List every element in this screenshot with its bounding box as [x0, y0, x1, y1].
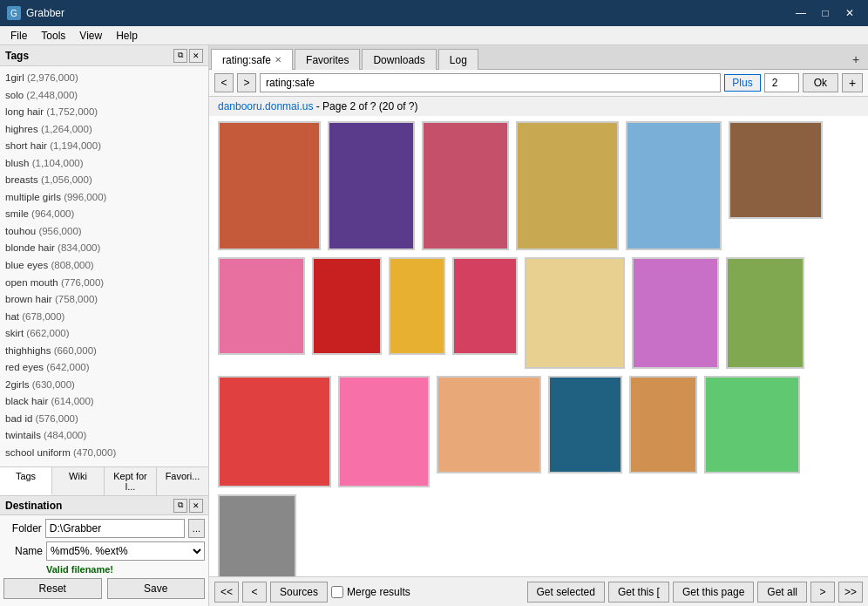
tag-item[interactable]: short hair (1,194,000) — [5, 138, 203, 155]
name-select[interactable]: %md5%. %ext% — [46, 541, 205, 561]
tag-item[interactable]: blonde hair (834,000) — [5, 240, 203, 257]
tab-favorites[interactable]: Favorites — [295, 49, 360, 70]
forward-button[interactable]: > — [237, 73, 256, 92]
tag-item[interactable]: red eyes (642,000) — [5, 359, 203, 377]
tag-name: multiple girls — [5, 192, 61, 202]
tag-item[interactable]: smile (964,000) — [5, 206, 203, 223]
image-thumb[interactable] — [218, 257, 305, 355]
image-thumb[interactable] — [422, 121, 509, 250]
image-thumb[interactable] — [312, 257, 382, 355]
sidebar-close-button[interactable]: ✕ — [189, 49, 203, 63]
page-input[interactable] — [764, 73, 799, 92]
image-thumb[interactable] — [338, 376, 430, 487]
tag-name: touhou — [5, 226, 36, 236]
tag-item[interactable]: touhou (956,000) — [5, 223, 203, 241]
menu-file[interactable]: File — [3, 26, 34, 45]
image-thumb[interactable] — [729, 121, 823, 219]
tag-item[interactable]: blue eyes (808,000) — [5, 257, 203, 275]
back-button[interactable]: < — [214, 73, 234, 92]
destination-float-button[interactable]: ⧉ — [173, 499, 187, 513]
get-all-button[interactable]: Get all — [757, 582, 807, 603]
tag-item[interactable]: open mouth (776,000) — [5, 275, 203, 292]
tags-header: Tags ⧉ ✕ — [0, 45, 208, 66]
reset-button[interactable]: Reset — [3, 578, 102, 599]
image-thumb[interactable] — [548, 376, 622, 473]
titlebar-left: G Grabber — [7, 6, 64, 20]
tag-item[interactable]: black hair (614,000) — [5, 393, 203, 411]
last-page-button[interactable]: >> — [838, 582, 863, 603]
merge-checkbox[interactable] — [331, 586, 343, 598]
menu-view[interactable]: View — [72, 26, 109, 45]
browse-button[interactable]: ... — [188, 519, 205, 538]
search-bar: < > Plus Ok + — [209, 70, 868, 97]
image-thumb[interactable] — [389, 257, 445, 355]
image-thumb[interactable] — [704, 376, 800, 473]
image-thumb[interactable] — [452, 257, 518, 355]
ok-button[interactable]: Ok — [803, 73, 838, 92]
get-page-button[interactable]: Get this page — [673, 582, 754, 603]
maximize-button[interactable]: □ — [814, 4, 837, 22]
close-button[interactable]: ✕ — [838, 4, 861, 22]
sidebar-tab-tags[interactable]: Tags — [0, 467, 52, 495]
menu-help[interactable]: Help — [109, 26, 145, 45]
folder-input[interactable] — [45, 519, 185, 538]
next-page-button[interactable]: > — [810, 582, 835, 603]
tag-item[interactable]: 2girls (630,000) — [5, 377, 203, 394]
tag-item[interactable]: twintails (484,000) — [5, 427, 203, 445]
image-thumb[interactable] — [525, 257, 625, 369]
sidebar-tab-favori[interactable]: Favori... — [157, 467, 208, 495]
image-thumb[interactable] — [516, 121, 619, 250]
tag-name: twintails — [5, 430, 41, 440]
tag-item[interactable]: breasts (1,056,000) — [5, 172, 203, 189]
tab-label-log: Log — [450, 54, 467, 66]
new-tab-button[interactable]: + — [842, 73, 863, 92]
tag-item[interactable]: school uniform (470,000) — [5, 445, 203, 462]
search-input[interactable] — [260, 73, 721, 92]
tag-name: blue eyes — [5, 260, 48, 270]
tag-item[interactable]: solo (2,448,000) — [5, 87, 203, 105]
get-this-button[interactable]: Get this [ — [608, 582, 669, 603]
sidebar-tab-wiki[interactable]: Wiki — [52, 467, 105, 495]
sidebar-float-button[interactable]: ⧉ — [173, 49, 187, 63]
site-link[interactable]: danbooru.donmai.us — [218, 100, 313, 112]
tag-item[interactable]: 1girl (2,976,000) — [5, 70, 203, 87]
tag-item[interactable]: brown hair (758,000) — [5, 291, 203, 309]
tab-ratingsafe[interactable]: rating:safe ✕ — [211, 49, 293, 70]
destination-close-button[interactable]: ✕ — [189, 499, 203, 513]
tag-item[interactable]: skirt (662,000) — [5, 325, 203, 343]
sources-button[interactable]: Sources — [270, 582, 328, 603]
image-thumb[interactable] — [328, 121, 415, 250]
tag-item[interactable]: blush (1,104,000) — [5, 155, 203, 173]
tag-item[interactable]: long hair (1,752,000) — [5, 104, 203, 121]
tag-item[interactable]: highres (1,264,000) — [5, 121, 203, 139]
sidebar-tab-keptfor[interactable]: Kept for l... — [105, 467, 157, 495]
tag-item[interactable]: multiple girls (996,000) — [5, 189, 203, 207]
image-thumb[interactable] — [218, 121, 321, 250]
save-button[interactable]: Save — [107, 578, 206, 599]
tab-close-ratingsafe[interactable]: ✕ — [275, 55, 281, 65]
tab-downloads[interactable]: Downloads — [362, 49, 436, 70]
image-thumb[interactable] — [218, 494, 296, 576]
image-thumb[interactable] — [218, 376, 331, 487]
image-thumb[interactable] — [437, 376, 541, 473]
prev-page-button[interactable]: < — [242, 582, 267, 603]
image-thumb[interactable] — [726, 257, 804, 369]
tag-item[interactable]: bad id (576,000) — [5, 411, 203, 428]
sidebar-header-controls: ⧉ ✕ — [173, 49, 203, 63]
image-grid — [209, 116, 868, 576]
tag-item[interactable]: thighhighs (660,000) — [5, 343, 203, 360]
minimize-button[interactable]: — — [790, 4, 812, 22]
image-thumb[interactable] — [629, 376, 697, 473]
add-tab-button[interactable]: + — [845, 50, 866, 69]
tag-count: (576,000) — [36, 413, 78, 424]
image-thumb[interactable] — [632, 257, 719, 369]
get-selected-button[interactable]: Get selected — [527, 582, 605, 603]
first-page-button[interactable]: << — [214, 582, 239, 603]
tag-item[interactable]: hat (678,000) — [5, 309, 203, 326]
plus-button[interactable]: Plus — [724, 74, 760, 92]
bottom-bar: << < Sources Merge results Get selected … — [209, 576, 868, 606]
tab-log[interactable]: Log — [438, 49, 478, 70]
image-thumb[interactable] — [626, 121, 722, 250]
menu-tools[interactable]: Tools — [34, 26, 72, 45]
tag-name: skirt — [5, 328, 24, 338]
